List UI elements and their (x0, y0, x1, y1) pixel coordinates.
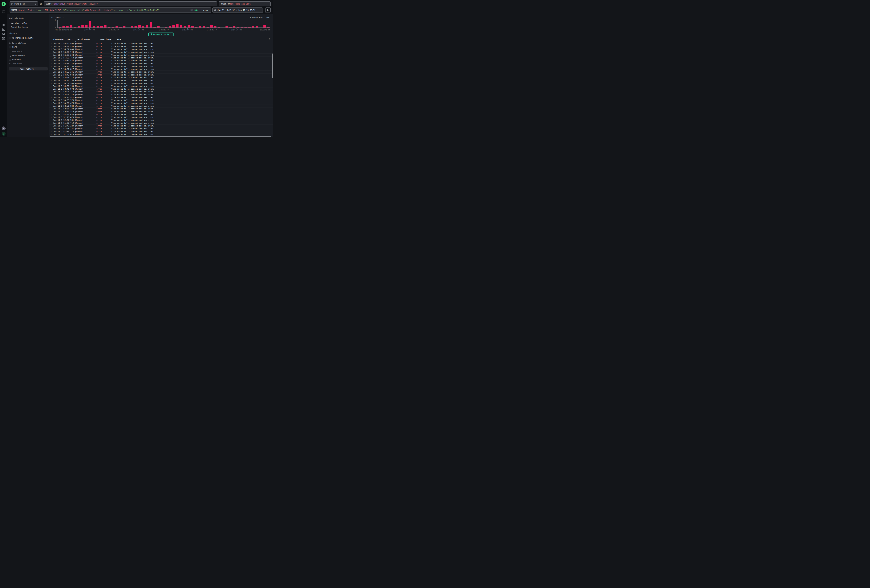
histogram-bar[interactable] (92, 20, 96, 28)
histogram-bar[interactable] (111, 20, 115, 28)
filter-checkbox[interactable] (9, 46, 11, 48)
log-row[interactable]: ›Jun 11 1:54:52.241 PMpaymenterrorVisa c… (49, 71, 273, 73)
row-expand-chevron-icon[interactable]: › (51, 111, 53, 113)
filter-field-name[interactable]: ServiceName (12, 55, 25, 57)
histogram-bar[interactable] (240, 20, 244, 28)
log-row[interactable]: ›Jun 11 1:52:35.232 PMpaymenterrorVisa c… (49, 107, 273, 110)
row-expand-chevron-icon[interactable]: › (51, 71, 53, 73)
row-expand-chevron-icon[interactable]: › (51, 131, 53, 133)
histogram-bar[interactable] (149, 20, 153, 28)
row-expand-chevron-icon[interactable]: › (51, 79, 53, 82)
sql-mode-button[interactable]: SQL (195, 9, 198, 11)
vertical-scrollbar[interactable] (272, 54, 273, 78)
histogram-bar[interactable] (187, 20, 191, 28)
app-logo[interactable] (1, 2, 6, 6)
log-row[interactable]: ›Jun 11 1:54:06.953 PMpaymenterrorVisa c… (49, 85, 273, 88)
panel-toggle-icon[interactable] (0, 9, 7, 14)
histogram-bar[interactable] (195, 20, 198, 28)
log-row[interactable]: ›Jun 11 1:56:42.995 PMpaymenterrorVisa c… (49, 42, 273, 45)
histogram-bar[interactable] (244, 20, 247, 28)
log-row[interactable]: ›Jun 11 1:52:30.469 PMpaymenterrorVisa c… (49, 110, 273, 113)
log-row[interactable]: ›Jun 11 1:51:47.229 PMpaymenterrorVisa c… (49, 125, 273, 127)
row-expand-chevron-icon[interactable]: › (51, 41, 53, 42)
user-avatar[interactable]: U (2, 132, 6, 136)
log-row[interactable]: ›Jun 11 1:52:19.473 PMpaymenterrorVisa c… (49, 116, 273, 119)
log-row[interactable]: ›Jun 11 1:52:51.824 PMpaymenterrorVisa c… (49, 105, 273, 107)
histogram-bar[interactable] (267, 20, 270, 28)
log-row[interactable]: ›Jun 11 1:53:05.578 PMpaymenterrorVisa c… (49, 99, 273, 102)
histogram-bar[interactable] (168, 20, 172, 28)
row-expand-chevron-icon[interactable]: › (51, 63, 53, 65)
histogram-bar[interactable] (156, 20, 161, 28)
column-header-timestamp[interactable]: Timestamp (Local) (53, 38, 75, 40)
histogram-bar[interactable] (134, 20, 138, 28)
row-expand-chevron-icon[interactable]: › (51, 91, 53, 93)
horizontal-scrollbar[interactable] (50, 136, 271, 137)
log-row[interactable]: ›Jun 11 1:51:31.415 PMpaymenterrorVisa c… (49, 133, 273, 136)
histogram-bar[interactable] (126, 20, 130, 28)
log-row[interactable]: ›Jun 11 1:55:59.760 PMpaymenterrorVisa c… (49, 57, 273, 59)
row-expand-chevron-icon[interactable]: › (51, 51, 53, 53)
histogram-bar[interactable] (122, 20, 126, 28)
histogram-bar[interactable] (247, 20, 252, 28)
row-expand-chevron-icon[interactable]: › (51, 116, 53, 119)
column-header-body[interactable]: Body (116, 38, 273, 40)
row-expand-chevron-icon[interactable]: › (51, 113, 53, 116)
column-header-servicename[interactable]: ServiceName (77, 38, 98, 40)
log-row[interactable]: ›Jun 11 1:56:51.975 PMpaymenterrorVisa c… (49, 41, 273, 42)
histogram-bar[interactable] (176, 20, 179, 28)
select-query-input[interactable]: SELECT Timestamp, ServiceName, SeverityT… (44, 1, 217, 6)
log-row[interactable]: ›Jun 11 1:55:51.448 PMpaymenterrorVisa c… (49, 59, 273, 62)
histogram-bar[interactable] (161, 20, 164, 28)
row-expand-chevron-icon[interactable]: › (51, 99, 53, 101)
histogram-bar[interactable] (145, 20, 149, 28)
histogram-bar[interactable] (164, 20, 168, 28)
histogram-bar[interactable] (88, 20, 92, 28)
row-expand-chevron-icon[interactable]: › (51, 108, 53, 110)
histogram-bar[interactable] (107, 20, 111, 28)
histogram-bar[interactable] (229, 20, 232, 28)
row-expand-chevron-icon[interactable]: › (51, 54, 53, 56)
histogram-bar[interactable] (255, 20, 259, 28)
row-expand-chevron-icon[interactable]: › (51, 60, 53, 62)
load-more-button[interactable]: Load more (9, 63, 48, 65)
histogram-bar[interactable] (179, 20, 183, 28)
row-expand-chevron-icon[interactable]: › (51, 77, 53, 79)
histogram-bar[interactable] (66, 20, 69, 28)
histogram-bar[interactable] (77, 20, 81, 28)
row-expand-chevron-icon[interactable]: › (51, 102, 53, 104)
histogram-bar[interactable] (115, 20, 119, 28)
histogram-bar[interactable] (73, 20, 77, 28)
analysis-mode-event-patterns[interactable]: Event Patterns (9, 25, 48, 29)
histogram-bar[interactable] (119, 20, 122, 28)
log-row[interactable]: ›Jun 11 1:53:26.250 PMpaymenterrorVisa c… (49, 91, 273, 93)
run-query-button[interactable] (265, 7, 271, 13)
log-row[interactable]: ›Jun 11 1:56:32.843 PMpaymenterrorVisa c… (49, 48, 273, 51)
load-more-button[interactable]: Load more (9, 50, 48, 52)
row-expand-chevron-icon[interactable]: › (51, 125, 53, 127)
row-expand-chevron-icon[interactable]: › (51, 68, 53, 70)
log-row[interactable]: ›Jun 11 1:55:07.827 PMpaymenterrorVisa c… (49, 68, 273, 71)
log-row[interactable]: ›Jun 11 1:54:40.218 PMpaymenterrorVisa c… (49, 76, 273, 79)
row-expand-chevron-icon[interactable]: › (51, 57, 53, 59)
denoise-checkbox[interactable] (9, 37, 11, 39)
histogram-bar[interactable] (69, 20, 73, 28)
log-row[interactable]: ›Jun 11 1:54:09.906 PMpaymenterrorVisa c… (49, 82, 273, 85)
histogram-bar[interactable] (263, 20, 267, 28)
histogram-bar[interactable] (259, 20, 263, 28)
histogram-bar[interactable] (81, 20, 85, 28)
row-expand-chevron-icon[interactable]: › (51, 94, 53, 96)
row-expand-chevron-icon[interactable]: › (51, 88, 53, 90)
histogram-bar[interactable] (153, 20, 156, 28)
log-row[interactable]: ›Jun 11 1:53:41.873 PMpaymenterrorVisa c… (49, 88, 273, 91)
log-row[interactable]: ›Jun 11 1:55:39.324 PMpaymenterrorVisa c… (49, 62, 273, 65)
histogram-bar[interactable] (183, 20, 187, 28)
log-row[interactable]: ›Jun 11 1:54:43.948 PMpaymenterrorVisa c… (49, 74, 273, 76)
histogram-bar[interactable] (142, 20, 145, 28)
log-row[interactable]: ›Jun 11 1:55:16.296 PMpaymenterrorVisa c… (49, 65, 273, 68)
histogram-bar[interactable] (198, 20, 202, 28)
histogram-bar[interactable] (221, 20, 225, 28)
log-row[interactable]: ›Jun 11 1:56:38.534 PMpaymenterrorVisa c… (49, 45, 273, 48)
filter-field-name[interactable]: SeverityText (12, 42, 26, 44)
row-expand-chevron-icon[interactable]: › (51, 48, 53, 51)
